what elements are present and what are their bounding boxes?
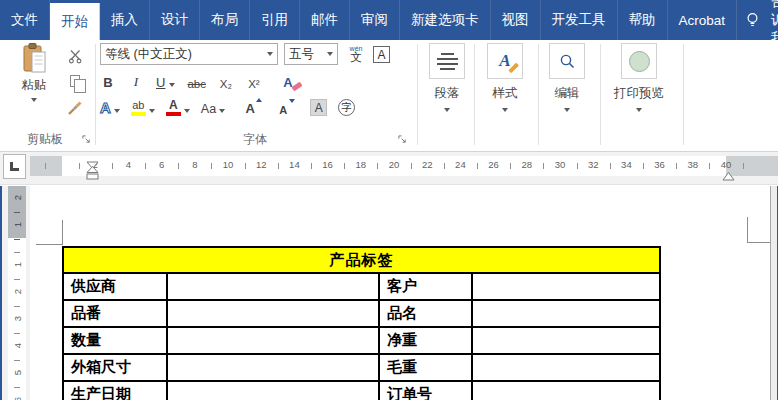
ruler-number: 14 bbox=[284, 159, 304, 170]
character-border-icon: A bbox=[373, 46, 390, 63]
table-label-cell[interactable]: 毛重 bbox=[379, 354, 472, 381]
ribbon-tab[interactable]: 审阅 bbox=[350, 0, 400, 40]
ruler-tick bbox=[743, 163, 744, 169]
ruler-tick bbox=[145, 163, 146, 169]
table-row: 供应商客户 bbox=[63, 273, 660, 300]
paste-button[interactable]: 粘贴 bbox=[10, 43, 58, 115]
ruler-number: 34 bbox=[616, 159, 636, 170]
character-border-button[interactable]: A bbox=[373, 45, 390, 63]
subscript-button[interactable]: X₂ bbox=[218, 72, 234, 90]
table-label-cell[interactable]: 生产日期 bbox=[63, 381, 167, 400]
copy-button[interactable] bbox=[62, 71, 88, 91]
ribbon-tab[interactable]: 布局 bbox=[200, 0, 250, 40]
ruler-number: 10 bbox=[218, 159, 238, 170]
ribbon-tab[interactable]: 插入 bbox=[100, 0, 150, 40]
table-label-cell[interactable]: 订单号 bbox=[379, 381, 472, 400]
clipboard-dialog-launcher-icon[interactable] bbox=[82, 133, 91, 147]
table-value-cell[interactable] bbox=[472, 327, 660, 354]
ruler-tick bbox=[178, 163, 179, 169]
table-label-cell[interactable]: 外箱尺寸 bbox=[63, 354, 167, 381]
ruler-tick bbox=[14, 239, 20, 240]
green-circle-icon bbox=[629, 51, 650, 72]
ruler-tick bbox=[278, 163, 279, 169]
ruler-number: 20 bbox=[384, 159, 404, 170]
product-label-table[interactable]: 产品标签供应商客户品番品名数量净重外箱尺寸毛重生产日期订单号 bbox=[62, 246, 661, 400]
table-label-cell[interactable]: 品名 bbox=[379, 300, 472, 327]
underline-button[interactable]: U bbox=[156, 72, 175, 90]
table-value-cell[interactable] bbox=[167, 273, 379, 300]
cut-button[interactable] bbox=[62, 46, 88, 66]
font-size-combo[interactable]: 五号 bbox=[284, 43, 338, 65]
copy-icon bbox=[70, 75, 80, 87]
change-case-button[interactable]: Aa bbox=[201, 98, 225, 116]
strikethrough-button[interactable]: abc bbox=[187, 72, 206, 90]
table-label-cell[interactable]: 供应商 bbox=[63, 273, 167, 300]
horizontal-ruler[interactable]: 246810121416182022242628303234363840 bbox=[30, 156, 778, 176]
table-label-cell[interactable]: 品番 bbox=[63, 300, 167, 327]
font-color-button[interactable]: A bbox=[166, 98, 190, 116]
table-label-cell[interactable]: 数量 bbox=[63, 327, 167, 354]
table-value-cell[interactable] bbox=[472, 273, 660, 300]
ribbon-tab[interactable]: Acrobat bbox=[668, 0, 738, 40]
ruler-tick bbox=[411, 163, 412, 169]
character-shading-button[interactable]: A bbox=[310, 98, 327, 116]
document-area[interactable]: 21123456 产品标签供应商客户品番品名数量净重外箱尺寸毛重生产日期订单号 bbox=[0, 186, 778, 400]
shrink-font-button[interactable]: A bbox=[275, 98, 291, 116]
table-row: 外箱尺寸毛重 bbox=[63, 354, 660, 381]
font-dialog-launcher-icon[interactable] bbox=[398, 133, 407, 147]
ruler-tick bbox=[377, 163, 378, 169]
table-value-cell[interactable] bbox=[167, 300, 379, 327]
ruler-number: 22 bbox=[417, 159, 437, 170]
italic-button[interactable]: I bbox=[128, 72, 144, 90]
ruler-number: 1 bbox=[12, 256, 23, 274]
ruler-number: 16 bbox=[318, 159, 338, 170]
ribbon-tab[interactable]: 帮助 bbox=[618, 0, 668, 40]
font-name-combo[interactable]: 等线 (中文正文) bbox=[100, 43, 278, 65]
ribbon-tab[interactable]: 新建选项卡 bbox=[400, 0, 491, 40]
vertical-ruler[interactable]: 21123456 bbox=[8, 186, 26, 400]
superscript-button[interactable]: X² bbox=[246, 72, 262, 90]
paste-dropdown-caret[interactable] bbox=[31, 98, 37, 102]
ribbon-tab[interactable]: 引用 bbox=[250, 0, 300, 40]
crop-mark-top-right-h bbox=[747, 242, 770, 243]
text-effects-button[interactable]: A bbox=[100, 98, 120, 116]
ruler-number: 12 bbox=[251, 159, 271, 170]
format-painter-button[interactable] bbox=[62, 98, 88, 118]
table-value-cell[interactable] bbox=[167, 354, 379, 381]
ribbon-tab[interactable]: 视图 bbox=[491, 0, 541, 40]
table-value-cell[interactable] bbox=[167, 327, 379, 354]
table-label-cell[interactable]: 客户 bbox=[379, 273, 472, 300]
bold-button[interactable]: B bbox=[100, 72, 116, 90]
table-row: 生产日期订单号 bbox=[63, 381, 660, 400]
paragraph-group-button[interactable]: 段落 bbox=[424, 40, 470, 112]
table-title: 产品标签 bbox=[63, 247, 660, 273]
print-preview-group-label: 打印预览 bbox=[614, 85, 664, 102]
tab-stop-selector[interactable] bbox=[3, 154, 26, 179]
table-value-cell[interactable] bbox=[167, 381, 379, 400]
ribbon-tab[interactable]: 文件 bbox=[0, 0, 50, 40]
table-value-cell[interactable] bbox=[472, 354, 660, 381]
right-indent-marker[interactable] bbox=[722, 167, 735, 185]
table-value-cell[interactable] bbox=[472, 300, 660, 327]
ribbon-tab[interactable]: 开始 bbox=[50, 3, 100, 40]
print-preview-group-button[interactable]: 打印预览 bbox=[606, 40, 672, 112]
table-row: 数量净重 bbox=[63, 327, 660, 354]
ribbon-tab[interactable]: 设计 bbox=[150, 0, 200, 40]
styles-group-button[interactable]: A 样式 bbox=[482, 40, 528, 112]
clear-formatting-button[interactable]: A bbox=[280, 72, 296, 90]
ribbon-tab[interactable]: 邮件 bbox=[300, 0, 350, 40]
ribbon-tab[interactable]: 开发工具 bbox=[541, 0, 618, 40]
ruler-number: 24 bbox=[450, 159, 470, 170]
grow-font-button[interactable]: A bbox=[242, 98, 258, 116]
ruler-number: 36 bbox=[650, 159, 670, 170]
phonetic-guide-button[interactable]: wén文 bbox=[348, 45, 364, 63]
highlight-color-button[interactable]: ab bbox=[131, 98, 155, 116]
enclose-characters-button[interactable]: 字 bbox=[338, 98, 355, 116]
highlight-yellow-bar bbox=[131, 112, 146, 116]
table-value-cell[interactable] bbox=[472, 381, 660, 400]
ruler-band: 246810121416182022242628303234363840 bbox=[0, 152, 778, 185]
editing-group-button[interactable]: 编辑 bbox=[544, 40, 590, 112]
table-label-cell[interactable]: 净重 bbox=[379, 327, 472, 354]
ruler-tick bbox=[79, 163, 80, 169]
hanging-indent-marker[interactable] bbox=[86, 166, 99, 184]
